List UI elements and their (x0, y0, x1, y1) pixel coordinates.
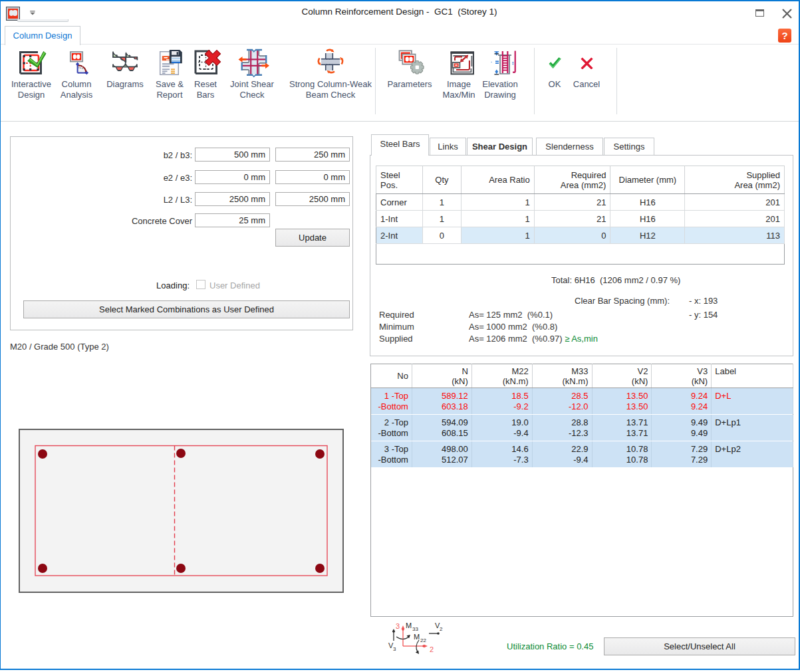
svg-text:2: 2 (430, 645, 434, 653)
svg-text:3: 3 (396, 622, 400, 630)
svg-text:2: 2 (440, 626, 443, 632)
svg-text:M: M (414, 633, 420, 641)
svg-text:3: 3 (393, 646, 396, 652)
svg-text:33: 33 (412, 626, 418, 632)
svg-text:22: 22 (420, 637, 426, 643)
svg-text:M: M (406, 621, 412, 629)
